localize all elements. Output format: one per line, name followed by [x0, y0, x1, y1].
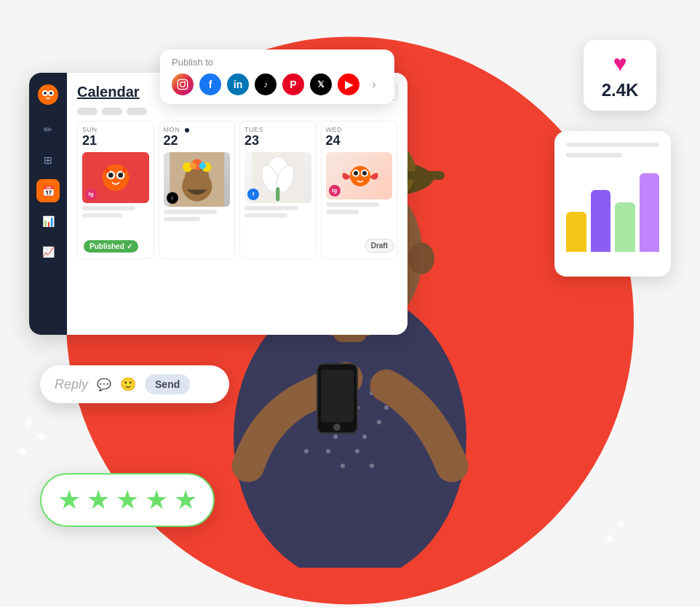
day-text-lines — [326, 202, 393, 214]
svg-point-36 — [108, 172, 114, 178]
star-2: ★ — [87, 485, 110, 515]
sparkle-left-1: ✦ — [22, 413, 35, 432]
svg-point-44 — [189, 162, 196, 169]
calendar-day-tue: TUES 23 f — [239, 121, 317, 259]
sparkle-right-2: ✦ — [603, 530, 616, 549]
sparkle-left-2: ✦ — [35, 428, 48, 447]
text-line — [82, 206, 135, 210]
day-text-lines — [164, 210, 231, 221]
chart-label-line — [566, 143, 659, 147]
owl-logo-icon — [36, 83, 60, 106]
svg-rect-56 — [178, 79, 187, 89]
calendar-filters — [77, 108, 397, 115]
calendar-day-sun: SUN 21 — [77, 121, 154, 259]
day-num-24: 24 — [326, 133, 393, 149]
text-line — [326, 202, 379, 207]
chart-bar-purple — [591, 190, 611, 252]
cal-card-person: ♪ — [164, 152, 231, 207]
calendar-day-wed: WED 24 — [321, 121, 398, 259]
svg-point-57 — [180, 82, 186, 87]
like-count: 2.4K — [602, 80, 639, 100]
svg-point-8 — [333, 435, 338, 439]
instagram-icon[interactable] — [172, 74, 194, 95]
cal-card-flying-owl: ig — [326, 152, 393, 199]
calendar-days-grid: SUN 21 — [77, 121, 397, 259]
publish-to-label: Publish to — [172, 57, 383, 68]
day-text-lines — [82, 206, 149, 218]
sidebar-calendar-icon[interactable]: 📅 — [36, 179, 60, 202]
linkedin-icon[interactable]: in — [227, 74, 249, 95]
day-name-mon: MON — [164, 126, 231, 133]
svg-point-10 — [362, 435, 367, 439]
like-widget: ♥ 2.4K — [584, 40, 656, 111]
svg-point-32 — [49, 92, 52, 95]
svg-point-58 — [185, 81, 186, 82]
svg-point-45 — [199, 162, 205, 169]
day-dot — [185, 128, 189, 132]
stars-rating-widget: ★ ★ ★ ★ ★ — [40, 473, 215, 527]
star-5: ★ — [174, 485, 197, 515]
svg-point-14 — [355, 449, 359, 453]
sidebar-compose-icon[interactable]: ✏ — [36, 118, 60, 141]
emoji-icon[interactable]: 🙂 — [120, 376, 136, 392]
svg-point-33 — [102, 164, 129, 191]
sparkle-left-3: ✦ — [16, 443, 29, 461]
pinterest-icon[interactable]: P — [282, 74, 304, 95]
chart-sublabel-line — [566, 153, 622, 157]
svg-point-27 — [333, 424, 341, 431]
x-twitter-icon[interactable]: 𝕏 — [310, 74, 332, 95]
chart-bar-green — [615, 202, 635, 252]
svg-rect-26 — [321, 370, 354, 422]
svg-rect-50 — [276, 187, 279, 201]
text-line — [244, 206, 298, 210]
cal-card-owl: ig — [82, 152, 149, 203]
svg-point-16 — [304, 449, 309, 453]
star-4: ★ — [145, 485, 168, 515]
filter-dot — [77, 108, 98, 115]
text-line — [244, 213, 287, 218]
draft-badge: Draft — [365, 239, 394, 253]
text-line — [82, 213, 122, 218]
chart-bars — [566, 164, 659, 252]
send-button[interactable]: Send — [145, 374, 190, 394]
sidebar-grid-icon[interactable]: ⊞ — [36, 148, 60, 172]
star-1: ★ — [57, 485, 81, 515]
svg-point-54 — [354, 171, 358, 175]
calendar-main: Calendar ☰ ▦ 📆 SUN 21 — [67, 73, 407, 335]
youtube-icon[interactable]: ▶ — [338, 74, 359, 95]
facebook-badge: f — [247, 189, 259, 200]
day-num-21: 21 — [82, 133, 149, 149]
calendar-sidebar: ✏ ⊞ 📅 📊 📈 — [29, 73, 67, 335]
svg-point-37 — [118, 172, 123, 178]
svg-point-13 — [341, 464, 345, 468]
calendar-title: Calendar — [77, 84, 140, 100]
published-badge: Published ✓ — [84, 240, 138, 253]
more-networks-icon[interactable]: › — [365, 76, 383, 93]
message-icon: 💬 — [97, 378, 111, 392]
filter-dot — [102, 108, 122, 115]
sidebar-reports-icon[interactable]: 📈 — [36, 240, 60, 263]
instagram-badge: ig — [85, 189, 97, 200]
heart-icon: ♥ — [613, 50, 627, 77]
reply-widget: Reply 💬 🙂 Send — [40, 365, 229, 403]
facebook-icon[interactable]: f — [199, 74, 221, 95]
svg-point-55 — [362, 171, 367, 175]
svg-point-11 — [377, 420, 381, 424]
svg-point-28 — [38, 84, 58, 105]
svg-point-15 — [370, 464, 374, 468]
text-line — [326, 210, 359, 214]
calendar-day-mon: MON 22 ♪ — [159, 121, 236, 259]
day-name-wed: WED — [326, 126, 393, 133]
tiktok-icon[interactable]: ♪ — [255, 74, 277, 95]
social-networks-row: f in ♪ P 𝕏 ▶ › — [172, 74, 383, 95]
publish-to-widget: Publish to f in ♪ P 𝕏 ▶ › — [160, 49, 394, 104]
reply-placeholder[interactable]: Reply — [55, 377, 88, 392]
svg-point-51 — [350, 166, 370, 186]
text-line — [164, 210, 217, 214]
svg-point-31 — [44, 92, 47, 95]
text-line — [164, 217, 200, 221]
filter-dot — [127, 108, 147, 115]
day-num-22: 22 — [164, 133, 231, 149]
sidebar-analytics-icon[interactable]: 📊 — [36, 210, 60, 233]
cal-card-flower: f — [244, 152, 311, 203]
